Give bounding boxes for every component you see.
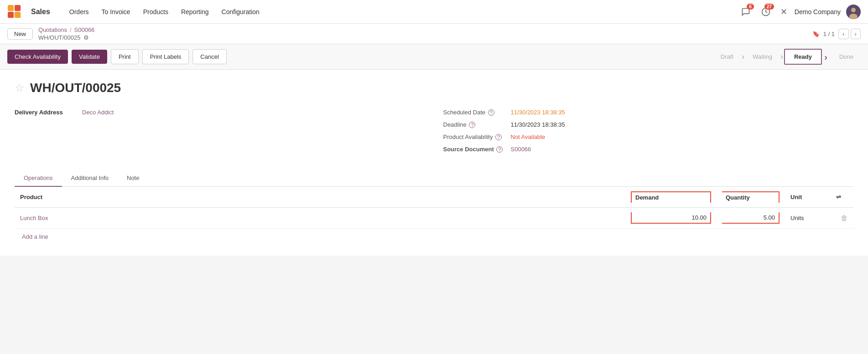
nav-to-invoice[interactable]: To Invoice bbox=[96, 5, 136, 18]
favorite-star-icon[interactable]: ☆ bbox=[15, 82, 25, 94]
document-header: ☆ WH/OUT/00025 bbox=[15, 81, 853, 95]
col-demand-header: Demand bbox=[625, 187, 717, 208]
status-chevron-2: › bbox=[780, 52, 783, 62]
status-waiting[interactable]: Waiting bbox=[745, 50, 780, 64]
settings-icon[interactable]: ⚙ bbox=[83, 34, 89, 41]
tab-operations[interactable]: Operations bbox=[15, 170, 62, 187]
svg-rect-1 bbox=[15, 5, 21, 11]
status-draft[interactable]: Draft bbox=[713, 50, 741, 64]
chat-badge: 6 bbox=[747, 4, 754, 10]
status-bar: Draft › Waiting › Ready › Done bbox=[713, 49, 861, 65]
check-availability-button[interactable]: Check Availability bbox=[7, 50, 68, 64]
product-availability-row: Product Availability ? Not Available bbox=[443, 131, 854, 143]
breadcrumb: Quotations / S00066 bbox=[38, 26, 94, 33]
operations-table-section: Product Demand Quantity Unit bbox=[15, 187, 853, 245]
deadline-label: Deadline ? bbox=[443, 121, 507, 128]
app-logo[interactable] bbox=[7, 5, 22, 19]
svg-rect-2 bbox=[8, 12, 14, 18]
svg-rect-3 bbox=[15, 12, 21, 18]
tabs-bar: Operations Additional Info Note bbox=[15, 170, 853, 187]
product-cell[interactable]: Lunch Box bbox=[15, 208, 625, 229]
demand-cell[interactable]: 10.00 bbox=[625, 208, 717, 229]
scheduled-date-label: Scheduled Date ? bbox=[443, 109, 507, 116]
topnav-right: 6 27 ✕ Demo Company bbox=[738, 5, 861, 19]
nav-links: Orders To Invoice Products Reporting Con… bbox=[64, 5, 729, 18]
nav-configuration[interactable]: Configuration bbox=[216, 5, 265, 18]
action-bar: Check Availability Validate Print Print … bbox=[0, 44, 868, 70]
form-section: Delivery Address Deco Addict Scheduled D… bbox=[15, 106, 853, 155]
status-done[interactable]: Done bbox=[832, 50, 861, 64]
breadcrumb-parent[interactable]: Quotations bbox=[38, 26, 67, 33]
scheduled-date-row: Scheduled Date ? 11/30/2023 18:38:35 bbox=[443, 106, 854, 118]
sub-ref-label: WH/OUT/00025 bbox=[38, 34, 80, 41]
source-document-label: Source Document ? bbox=[443, 146, 507, 153]
product-availability-help-icon[interactable]: ? bbox=[495, 134, 502, 140]
unit-cell: Units bbox=[785, 208, 831, 229]
print-labels-button[interactable]: Print Labels bbox=[142, 49, 189, 64]
delivery-address-label: Delivery Address bbox=[15, 109, 78, 116]
source-document-row: Source Document ? S00066 bbox=[443, 143, 854, 155]
demand-header-highlight: Demand bbox=[631, 191, 711, 203]
deadline-value[interactable]: 11/30/2023 18:38:35 bbox=[511, 121, 565, 128]
close-icon[interactable]: ✕ bbox=[779, 5, 789, 19]
table-row: Lunch Box 10.00 5.00 Units bbox=[15, 208, 853, 229]
col-unit-header: Unit bbox=[785, 187, 831, 208]
product-availability-label: Product Availability ? bbox=[443, 133, 507, 140]
quantity-cell-highlight: 5.00 bbox=[722, 212, 780, 224]
quantity-cell[interactable]: 5.00 bbox=[717, 208, 785, 229]
deadline-help-icon[interactable]: ? bbox=[469, 122, 475, 128]
qty-header-highlight: Quantity bbox=[722, 191, 780, 203]
svg-point-7 bbox=[849, 14, 858, 19]
top-navigation: Sales Orders To Invoice Products Reporti… bbox=[0, 0, 868, 24]
delete-icon[interactable]: 🗑 bbox=[841, 214, 848, 222]
active-chevron-icon: › bbox=[824, 51, 827, 62]
cancel-button[interactable]: Cancel bbox=[192, 49, 226, 64]
new-button[interactable]: New bbox=[7, 28, 33, 40]
status-chevron-1: › bbox=[742, 52, 744, 62]
breadcrumb-right: 🔖 1 / 1 ‹ › bbox=[812, 29, 861, 39]
svg-rect-0 bbox=[8, 5, 14, 11]
add-line-button[interactable]: Add a line bbox=[15, 229, 853, 245]
print-button[interactable]: Print bbox=[111, 49, 139, 64]
pagination-arrows: ‹ › bbox=[838, 29, 861, 39]
app-name: Sales bbox=[31, 8, 50, 16]
next-arrow[interactable]: › bbox=[851, 29, 861, 39]
col-actions-header: ⇌ bbox=[831, 187, 853, 208]
document-title: WH/OUT/00025 bbox=[30, 81, 121, 95]
product-availability-value: Not Available bbox=[511, 133, 546, 140]
scheduled-date-value[interactable]: 11/30/2023 18:38:35 bbox=[511, 109, 565, 116]
prev-arrow[interactable]: ‹ bbox=[838, 29, 848, 39]
nav-orders[interactable]: Orders bbox=[64, 5, 94, 18]
status-ready[interactable]: Ready › bbox=[784, 49, 822, 65]
activity-badge: 27 bbox=[764, 4, 774, 10]
breadcrumb-bar: New Quotations / S00066 WH/OUT/00025 ⚙ 🔖… bbox=[0, 24, 868, 44]
company-name: Demo Company bbox=[795, 8, 841, 15]
breadcrumb-current[interactable]: S00066 bbox=[74, 26, 95, 33]
bookmark-icon[interactable]: 🔖 bbox=[812, 31, 820, 37]
table-header-row: Product Demand Quantity Unit bbox=[15, 187, 853, 208]
validate-button[interactable]: Validate bbox=[72, 50, 107, 64]
chat-notification-button[interactable]: 6 bbox=[738, 5, 753, 19]
col-product-header: Product bbox=[15, 187, 625, 208]
tab-additional-info[interactable]: Additional Info bbox=[62, 170, 118, 187]
deadline-row: Deadline ? 11/30/2023 18:38:35 bbox=[443, 118, 854, 131]
activity-notification-button[interactable]: 27 bbox=[759, 5, 773, 19]
scheduled-date-help-icon[interactable]: ? bbox=[488, 109, 494, 116]
source-document-help-icon[interactable]: ? bbox=[496, 146, 503, 153]
demand-cell-highlight: 10.00 bbox=[631, 212, 711, 224]
row-actions-cell: 🗑 bbox=[831, 208, 853, 229]
tab-note[interactable]: Note bbox=[118, 170, 148, 187]
svg-point-6 bbox=[851, 8, 856, 12]
delivery-address-value[interactable]: Deco Addict bbox=[82, 109, 114, 116]
operations-table: Product Demand Quantity Unit bbox=[15, 187, 853, 229]
pagination-label: 1 / 1 bbox=[823, 31, 835, 37]
delivery-address-row: Delivery Address Deco Addict bbox=[15, 106, 425, 118]
breadcrumb-separator: / bbox=[70, 26, 72, 33]
source-document-value[interactable]: S00066 bbox=[511, 146, 531, 153]
nav-products[interactable]: Products bbox=[138, 5, 174, 18]
nav-reporting[interactable]: Reporting bbox=[176, 5, 214, 18]
user-avatar[interactable] bbox=[846, 5, 861, 19]
adjust-icon[interactable]: ⇌ bbox=[836, 194, 841, 200]
col-qty-header: Quantity bbox=[717, 187, 785, 208]
main-content: ☆ WH/OUT/00025 Delivery Address Deco Add… bbox=[0, 70, 868, 256]
